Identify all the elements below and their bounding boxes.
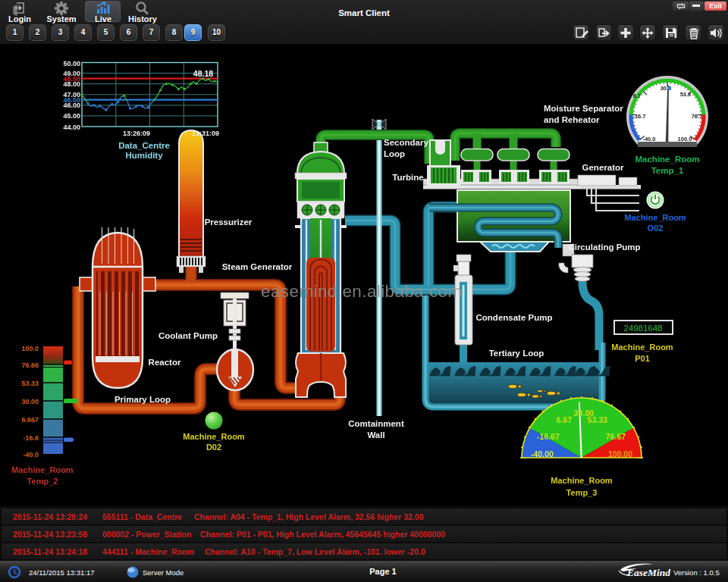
svg-text:Turbine: Turbine xyxy=(392,173,423,182)
svg-text:Comtainment: Comtainment xyxy=(348,419,404,428)
svg-text:Machine_Room: Machine_Room xyxy=(551,476,613,485)
svg-text:48.18: 48.18 xyxy=(193,69,213,78)
svg-text:6.7: 6.7 xyxy=(633,92,641,99)
svg-text:Machine_Room: Machine_Room xyxy=(11,465,74,474)
svg-text:Loop: Loop xyxy=(384,149,405,158)
svg-text:30.00: 30.00 xyxy=(21,398,39,405)
svg-text:O02: O02 xyxy=(648,224,664,233)
svg-text:53.33: 53.33 xyxy=(21,380,39,387)
svg-text:-16.7: -16.7 xyxy=(632,113,645,120)
svg-text:6.67: 6.67 xyxy=(557,415,573,424)
svg-text:45.00: 45.00 xyxy=(63,112,80,120)
svg-text:Condensate Pump: Condensate Pump xyxy=(476,313,553,322)
svg-text:50.00: 50.00 xyxy=(63,60,80,67)
svg-text:100.0: 100.0 xyxy=(21,345,39,352)
svg-text:Wall: Wall xyxy=(367,430,384,440)
svg-text:Primary Loop: Primary Loop xyxy=(115,395,171,404)
svg-text:Temp_1: Temp_1 xyxy=(651,166,684,175)
svg-text:Data_Centre: Data_Centre xyxy=(118,141,170,150)
svg-text:Humidity: Humidity xyxy=(125,151,163,160)
svg-text:46.50: 46.50 xyxy=(63,96,80,104)
svg-text:Machine_Room: Machine_Room xyxy=(611,343,673,352)
svg-text:Steam Generator: Steam Generator xyxy=(222,262,293,271)
svg-text:Machine_Room: Machine_Room xyxy=(624,213,686,222)
svg-text:24981648: 24981648 xyxy=(623,324,662,333)
svg-text:76.66: 76.66 xyxy=(21,361,39,369)
svg-text:Machine_Room: Machine_Room xyxy=(183,432,245,441)
svg-text:48.50: 48.50 xyxy=(63,75,80,83)
svg-text:100.0: 100.0 xyxy=(678,136,692,142)
svg-text:and Reheator: and Reheator xyxy=(544,115,600,124)
svg-text:76.67: 76.67 xyxy=(606,432,626,441)
svg-text:Temp_3: Temp_3 xyxy=(566,488,598,497)
svg-text:Reactor: Reactor xyxy=(149,358,181,367)
svg-text:-16.67: -16.67 xyxy=(537,432,560,441)
svg-text:Temp_2: Temp_2 xyxy=(27,477,58,486)
svg-text:-16.6: -16.6 xyxy=(23,434,39,442)
svg-text:Tertiary Loop: Tertiary Loop xyxy=(489,349,544,358)
svg-text:easemind.en.alibaba.com: easemind.en.alibaba.com xyxy=(261,282,463,301)
svg-text:P01: P01 xyxy=(635,354,650,363)
svg-text:6.667: 6.667 xyxy=(21,416,39,424)
svg-text:-40.0: -40.0 xyxy=(23,451,39,458)
svg-text:Pressurizer: Pressurizer xyxy=(205,217,253,227)
svg-text:-40.00: -40.00 xyxy=(531,449,554,458)
svg-text:76.7: 76.7 xyxy=(692,113,703,120)
svg-text:53.33: 53.33 xyxy=(588,415,607,424)
svg-text:13:26:09: 13:26:09 xyxy=(123,130,150,137)
svg-text:44.00: 44.00 xyxy=(63,124,80,131)
svg-text:Secondary: Secondary xyxy=(384,138,428,147)
svg-text:D02: D02 xyxy=(206,443,221,452)
svg-text:Generator: Generator xyxy=(582,163,624,172)
svg-text:Machine_Room: Machine_Room xyxy=(635,155,700,164)
svg-text:-40.0: -40.0 xyxy=(642,136,655,142)
svg-text:100.00: 100.00 xyxy=(608,449,632,458)
svg-text:Moisture Separator: Moisture Separator xyxy=(544,104,623,113)
svg-text:Coolant Pump: Coolant Pump xyxy=(158,331,218,340)
svg-text:Circulating Pump: Circulating Pump xyxy=(568,242,640,252)
svg-text:13:31:09: 13:31:09 xyxy=(192,130,219,137)
svg-text:53.3: 53.3 xyxy=(680,91,692,98)
